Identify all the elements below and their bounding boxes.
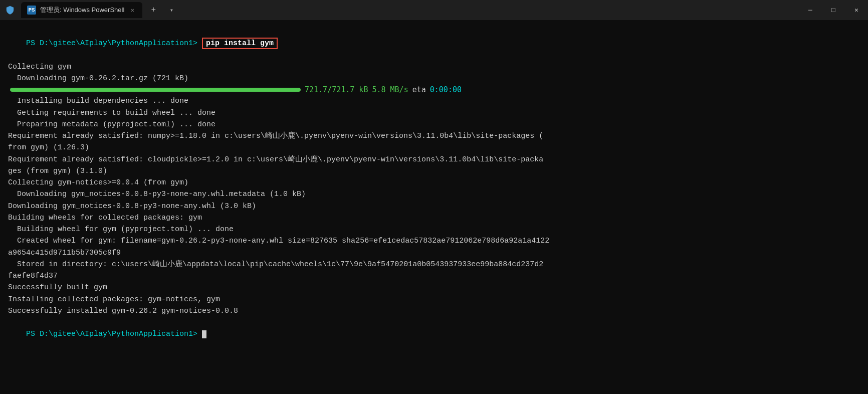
- line-downloading: Downloading gym-0.26.2.tar.gz (721 kB): [8, 73, 860, 84]
- titlebar-controls: ─ □ ✕: [799, 0, 868, 20]
- final-prompt-line: PS D:\gitee\AIplay\PythonApplication1>: [8, 317, 860, 352]
- line-building-wheel: Building wheel for gym (pyproject.toml) …: [8, 224, 860, 235]
- progress-value: 721.7/721.7 kB: [305, 85, 368, 94]
- line-cloudpickle: Requirement already satisfied: cloudpick…: [8, 154, 860, 165]
- tab-label: 管理员: Windows PowerShell: [40, 6, 124, 15]
- command-line: PS D:\gitee\AIplay\PythonApplication1> p…: [8, 26, 860, 61]
- titlebar-left: PS 管理员: Windows PowerShell ✕ + ▾: [0, 2, 799, 18]
- progress-bar-container: 721.7/721.7 kB 5.8 MB/s eta 0:00:00: [8, 85, 860, 94]
- shield-icon: [5, 5, 15, 15]
- terminal-window[interactable]: PS D:\gitee\AIplay\PythonApplication1> p…: [0, 20, 868, 394]
- line-collecting: Collecting gym: [8, 61, 860, 73]
- line-gym-notices: Collecting gym-notices>=0.0.4 (from gym): [8, 177, 860, 188]
- line-cloudpickle-b: ges (from gym) (3.1.0): [8, 165, 860, 177]
- cursor: [202, 330, 206, 338]
- maximize-button[interactable]: □: [822, 0, 845, 20]
- line-installing: Installing collected packages: gym-notic…: [8, 294, 860, 305]
- prompt-text: PS D:\gitee\AIplay\PythonApplication1>: [26, 39, 202, 48]
- line-created-wheel: Created wheel for gym: filename=gym-0.26…: [8, 235, 860, 247]
- line-build-wheel-req: Getting requirements to build wheel ... …: [8, 107, 860, 119]
- active-tab[interactable]: PS 管理员: Windows PowerShell ✕: [21, 2, 142, 18]
- line-numpy: Requirement already satisfied: numpy>=1.…: [8, 130, 860, 142]
- line-metadata: Preparing metadata (pyproject.toml) ... …: [8, 119, 860, 130]
- line-downloading-notices: Downloading gym_notices-0.0.8-py3-none-a…: [8, 201, 860, 212]
- progress-eta-value: 0:00:00: [430, 85, 462, 94]
- progress-speed: 5.8 MB/s: [372, 85, 408, 94]
- progress-bar-track: [10, 88, 301, 92]
- line-stored-b: faefe8f4d37: [8, 270, 860, 282]
- progress-bar-fill: [10, 88, 301, 92]
- line-success-installed: Successfully installed gym-0.26.2 gym-no…: [8, 305, 860, 317]
- titlebar: PS 管理员: Windows PowerShell ✕ + ▾ ─ □ ✕: [0, 0, 868, 20]
- progress-info: 721.7/721.7 kB 5.8 MB/s eta 0:00:00: [305, 85, 462, 94]
- powershell-icon: PS: [27, 6, 36, 15]
- tab-dropdown-button[interactable]: ▾: [164, 3, 178, 17]
- close-button[interactable]: ✕: [845, 0, 868, 20]
- line-build-deps: Installing build dependencies ... done: [8, 95, 860, 107]
- command-text: pip install gym: [202, 38, 278, 49]
- progress-eta-label: eta: [412, 85, 426, 94]
- line-numpy-b: from gym) (1.26.3): [8, 142, 860, 153]
- minimize-button[interactable]: ─: [799, 0, 822, 20]
- line-stored: Stored in directory: c:\users\崎山小鹿\appda…: [8, 259, 860, 270]
- tab-close-button[interactable]: ✕: [128, 6, 136, 14]
- add-tab-button[interactable]: +: [146, 3, 160, 17]
- line-building-wheels: Building wheels for collected packages: …: [8, 212, 860, 224]
- line-success-built: Successfully built gym: [8, 282, 860, 293]
- line-downloading-notices-meta: Downloading gym_notices-0.0.8-py3-none-a…: [8, 188, 860, 200]
- final-prompt-text: PS D:\gitee\AIplay\PythonApplication1>: [26, 330, 202, 338]
- line-created-wheel-b: a9654c415d9711b5b7305c9f9: [8, 247, 860, 259]
